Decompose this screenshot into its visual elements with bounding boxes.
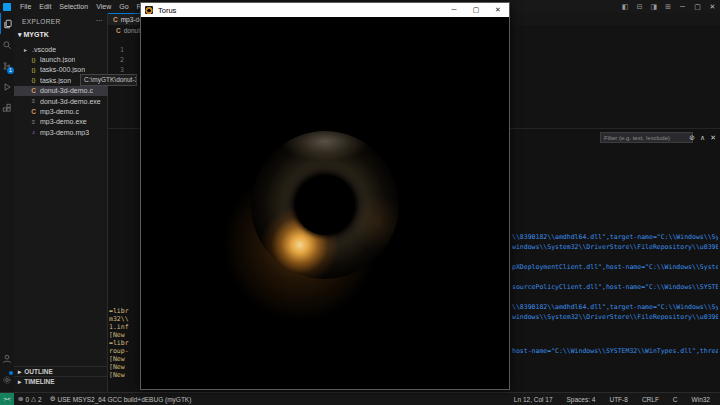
console-line: sourcePolicyClient.dll",host-name="C:\\W… bbox=[512, 283, 718, 291]
sidebar-item-launch-json[interactable]: {} launch.json bbox=[14, 54, 108, 64]
console-line: \\8390182\\amdhdl64.dll",target-name="C:… bbox=[512, 233, 718, 241]
search-icon[interactable] bbox=[0, 34, 14, 55]
settings-badge bbox=[9, 371, 13, 375]
audio-file-icon: ♪ bbox=[30, 129, 37, 135]
sidebar-item-mp3-demo-exe[interactable]: ≡ mp3-demo.exe bbox=[14, 117, 108, 127]
torus-app-window: Torus ─ ▢ ✕ bbox=[140, 2, 510, 390]
file-list: ▸ .vscode {} launch.json {} tasks-000.js… bbox=[14, 44, 108, 138]
language-mode[interactable]: C bbox=[669, 396, 682, 403]
sidebar-item-mp3-demo-c[interactable]: C mp3-demo.c bbox=[14, 106, 108, 116]
json-icon: {} bbox=[30, 67, 37, 73]
toggle-secondary-sidebar-icon[interactable]: ◨ bbox=[647, 3, 662, 11]
folder-chevron-icon: ▸ bbox=[22, 46, 29, 53]
chevron-right-icon: ▸ bbox=[18, 368, 21, 376]
vscode-maximize-button[interactable]: ▢ bbox=[690, 0, 705, 13]
sidebar-item-donut-3d-demo-c[interactable]: C donut-3d-demo.c bbox=[14, 86, 108, 96]
line-numbers: 1 2 3 bbox=[114, 45, 124, 75]
console-output-left: =libr m32\\ 1.inf [New =libr roup- [New … bbox=[109, 307, 141, 379]
vscode-logo-icon bbox=[3, 3, 11, 11]
outline-section-header[interactable]: ▸ OUTLINE bbox=[14, 366, 108, 376]
torus-close-button[interactable]: ✕ bbox=[487, 3, 509, 17]
console-line: pXDeploymentClient.dll",host-name="C:\\W… bbox=[512, 263, 718, 271]
chevron-down-icon: ▾ bbox=[18, 31, 22, 39]
console-line: \\8390182\\amdhdl64.dll",target-name="C:… bbox=[512, 303, 718, 311]
explorer-title: EXPLORER bbox=[22, 18, 61, 25]
sidebar-item-donut-3d-demo-exe[interactable]: ≡ donut-3d-demo.exe bbox=[14, 96, 108, 106]
c-file-icon: C bbox=[30, 108, 37, 115]
c-file-icon: C bbox=[30, 87, 37, 94]
torus-minimize-button[interactable]: ─ bbox=[443, 3, 465, 17]
menu-go[interactable]: Go bbox=[115, 0, 132, 13]
vscode-close-button[interactable]: ✕ bbox=[705, 0, 720, 13]
explorer-sidebar: EXPLORER ⋯ ▾ MYGTK ▸ .vscode {} launch.j… bbox=[14, 13, 108, 392]
extensions-icon[interactable] bbox=[0, 97, 14, 118]
build-task-button[interactable]: ⚙ USE MSYS2_64 GCC build+dEBUG (myGTK) bbox=[46, 395, 196, 403]
binary-file-icon: ≡ bbox=[30, 98, 37, 104]
warnings-icon: △ bbox=[31, 395, 36, 403]
console-output-right: \\8390182\\amdhdl64.dll",target-name="C:… bbox=[512, 129, 718, 393]
torus-maximize-button[interactable]: ▢ bbox=[465, 3, 487, 17]
menu-view[interactable]: View bbox=[92, 0, 115, 13]
vscode-minimize-button[interactable]: ─ bbox=[675, 0, 690, 13]
customize-layout-icon[interactable]: ⊞ bbox=[661, 3, 675, 11]
timeline-section-header[interactable]: ▸ TIMELINE bbox=[14, 376, 108, 386]
console-line: windows\\System32\\DriverStore\\FileRepo… bbox=[512, 313, 718, 321]
file-path-tooltip: C:\myGTK\donut-3d-demo.c bbox=[80, 74, 137, 86]
problems-indicator[interactable]: ⊗ 0 △ 2 bbox=[14, 395, 46, 403]
eol-setting[interactable]: CRLF bbox=[638, 396, 663, 403]
menu-file[interactable]: File bbox=[16, 0, 35, 13]
toggle-panel-icon[interactable]: ⊟ bbox=[633, 3, 647, 11]
toggle-sidebar-icon[interactable]: ◧ bbox=[618, 3, 633, 11]
json-icon: {} bbox=[30, 57, 37, 63]
torus-hole bbox=[295, 175, 355, 235]
console-line: windows\\System32\\DriverStore\\FileRepo… bbox=[512, 243, 718, 251]
torus-window-icon bbox=[145, 6, 153, 14]
json-icon: {} bbox=[30, 77, 37, 83]
indentation-setting[interactable]: Spaces: 4 bbox=[563, 396, 600, 403]
remote-indicator[interactable]: >< bbox=[0, 393, 14, 405]
sidebar-item-vscode[interactable]: ▸ .vscode bbox=[14, 44, 108, 54]
workspace-root[interactable]: ▾ MYGTK bbox=[14, 29, 107, 40]
torus-window-title: Torus bbox=[158, 6, 176, 15]
menu-edit[interactable]: Edit bbox=[35, 0, 55, 13]
console-line: host-name="C:\\Windows\\SYSTEM32\\WinTyp… bbox=[512, 347, 718, 355]
torus-window-titlebar[interactable]: Torus ─ ▢ ✕ bbox=[141, 3, 509, 17]
chevron-right-icon: ▸ bbox=[18, 378, 21, 386]
platform-indicator[interactable]: Win32 bbox=[688, 396, 714, 403]
account-icon[interactable] bbox=[0, 348, 14, 369]
source-control-icon[interactable]: 1 bbox=[0, 55, 14, 76]
explorer-icon[interactable] bbox=[0, 13, 14, 34]
status-bar: >< ⊗ 0 △ 2 ⚙ USE MSYS2_64 GCC build+dEBU… bbox=[0, 392, 720, 405]
scm-badge: 1 bbox=[7, 67, 14, 74]
settings-gear-icon[interactable] bbox=[0, 369, 14, 390]
explorer-more-icon[interactable]: ⋯ bbox=[96, 17, 103, 25]
sidebar-item-mp3-demo-mp3[interactable]: ♪ mp3-demo.mp3 bbox=[14, 127, 108, 137]
activity-bar: 1 bbox=[0, 13, 14, 392]
errors-icon: ⊗ bbox=[18, 395, 23, 403]
cursor-position[interactable]: Ln 12, Col 17 bbox=[510, 396, 557, 403]
torus-render-canvas bbox=[141, 17, 509, 389]
binary-file-icon: ≡ bbox=[30, 119, 37, 125]
c-file-icon: C bbox=[113, 16, 118, 23]
run-debug-icon[interactable] bbox=[0, 76, 14, 97]
c-file-icon: C bbox=[116, 27, 121, 34]
gear-icon: ⚙ bbox=[50, 395, 56, 403]
encoding-setting[interactable]: UTF-8 bbox=[605, 396, 631, 403]
menu-selection[interactable]: Selection bbox=[55, 0, 92, 13]
